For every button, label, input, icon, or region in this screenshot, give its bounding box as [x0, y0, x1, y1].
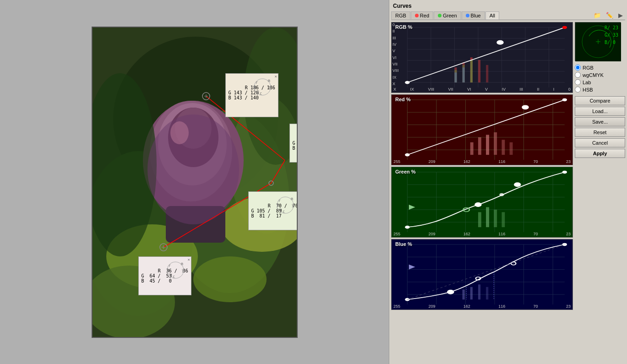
blue-xaxis: 2552091621167023 [392, 304, 572, 309]
red-graph-label: Red % [395, 97, 411, 102]
svg-text:b: b [277, 203, 279, 207]
green-dot [438, 14, 442, 17]
svg-point-124 [499, 193, 504, 196]
svg-point-18 [170, 121, 189, 144]
svg-rect-96 [470, 142, 474, 155]
radio-lab[interactable]: Lab [575, 79, 625, 85]
svg-rect-100 [502, 140, 505, 155]
tab-rgb-label: RGB [395, 13, 406, 18]
svg-rect-76 [486, 65, 488, 82]
radio-rgb[interactable]: RGB [575, 65, 625, 71]
green-xaxis: 2552091621167023 [392, 232, 572, 236]
graph-rgb[interactable]: RGB % 0IIIIIIVV VIVIIVIIIIXX [391, 22, 573, 93]
green-curve-svg [392, 167, 572, 237]
tab-blue-label: Blue [471, 13, 481, 18]
red-xaxis: 255 209 162 116 70 23 [392, 159, 572, 164]
save-button[interactable]: Save... [575, 117, 625, 126]
svg-rect-99 [494, 132, 497, 155]
panel-title: Curves [391, 2, 625, 11]
apply-button[interactable]: Apply [575, 149, 625, 158]
sampler-tip-3: × R 70 / 70 G 105 / 89 B 81 / 17 r m y b… [248, 191, 298, 230]
svg-point-12 [193, 256, 267, 302]
svg-text:m: m [291, 197, 293, 201]
radio-hsb-input[interactable] [575, 87, 581, 92]
red-x-255: 255 [393, 159, 400, 164]
radio-group: RGB wgCMYK Lab HSB [575, 65, 625, 92]
svg-rect-81 [463, 67, 465, 82]
svg-text:m: m [268, 79, 270, 83]
svg-text:r: r [278, 199, 281, 203]
svg-text:y: y [269, 85, 271, 89]
svg-rect-140 [478, 284, 480, 299]
blue-graph-label: Blue % [395, 241, 412, 247]
sampler-tip-2: × R 184 / 184 G 213 / 204 B 181 / 153 r … [289, 124, 298, 163]
tab-all[interactable]: All [485, 11, 499, 20]
svg-marker-145 [409, 265, 415, 270]
svg-point-120 [475, 203, 481, 207]
sampler-tip-1: × R 186 / 186 G 143 / 126 B 143 / 140 r … [225, 73, 278, 117]
canvas-area: + × R 186 / 186 G 143 / 126 B 143 / 140 … [0, 0, 389, 364]
svg-text:c: c [283, 210, 285, 214]
svg-point-144 [511, 262, 516, 265]
radio-lab-label: Lab [583, 80, 591, 85]
svg-rect-116 [478, 212, 481, 227]
svg-text:g: g [257, 90, 259, 94]
tab-green-label: Green [443, 13, 457, 18]
tab-blue[interactable]: Blue [462, 11, 485, 19]
cancel-button[interactable]: Cancel [575, 138, 625, 147]
graph-green[interactable]: Green % [391, 167, 573, 238]
svg-text:y: y [182, 268, 184, 272]
svg-text:r: r [256, 81, 258, 85]
color-r-value: 23 [613, 25, 618, 30]
rgb-yaxis: 0IIIIIIVV VIVIIVIIIIXX [393, 22, 399, 86]
svg-rect-139 [470, 287, 473, 299]
svg-point-142 [447, 290, 454, 294]
action-buttons: Compare Load... Save... Reset Cancel App… [575, 96, 625, 158]
svg-point-102 [522, 105, 529, 109]
tab-all-label: All [490, 13, 495, 18]
pencil-icon-btn[interactable]: ✏️ [604, 11, 616, 20]
arrow-icon-btn[interactable]: ▶ [616, 11, 625, 20]
graph-blue[interactable]: Blue % [391, 239, 573, 310]
reset-button[interactable]: Reset [575, 128, 625, 137]
svg-text:m: m [181, 262, 183, 266]
radio-lab-input[interactable] [575, 79, 581, 85]
radio-wgcmyk[interactable]: wgCMYK [575, 72, 625, 78]
svg-rect-141 [486, 287, 488, 299]
folder-icon-btn[interactable]: 📁 [591, 11, 603, 20]
radio-rgb-label: RGB [583, 65, 594, 71]
svg-text:b: b [167, 268, 169, 272]
red-x-162: 162 [463, 159, 470, 164]
blue-dot [466, 14, 469, 17]
graphs-left: RGB % 0IIIIIIVV VIVIIVIIIIXX [391, 22, 573, 362]
svg-point-126 [562, 171, 567, 174]
compare-button[interactable]: Compare [575, 96, 625, 105]
svg-rect-97 [478, 137, 481, 155]
svg-point-83 [405, 81, 409, 84]
svg-text:c: c [260, 92, 262, 96]
radio-rgb-input[interactable] [575, 65, 581, 71]
radio-hsb[interactable]: HSB [575, 87, 625, 92]
svg-rect-101 [510, 142, 513, 155]
load-button[interactable]: Load... [575, 107, 625, 116]
radio-hsb-label: HSB [583, 87, 593, 92]
svg-text:b: b [254, 85, 256, 89]
graphs-area: RGB % 0IIIIIIVV VIVIIVIIIIXX [391, 22, 625, 362]
tab-green[interactable]: Green [434, 11, 461, 19]
svg-text:y: y [292, 203, 294, 207]
blue-curve-svg [392, 239, 572, 310]
graph-red[interactable]: Red % [391, 94, 573, 165]
color-display: R/ 23 G/ 33 B/ 0 [575, 22, 621, 61]
radio-wgcmyk-input[interactable] [575, 72, 581, 78]
svg-marker-122 [409, 205, 415, 210]
tab-rgb[interactable]: RGB [391, 11, 410, 19]
svg-text:c: c [173, 275, 175, 279]
svg-rect-119 [502, 212, 505, 227]
svg-line-148 [407, 244, 564, 299]
svg-rect-117 [486, 207, 489, 227]
red-dot [415, 14, 419, 17]
svg-rect-118 [494, 210, 497, 227]
svg-text:r: r [169, 264, 171, 268]
red-x-70: 70 [534, 159, 538, 164]
tab-red[interactable]: Red [411, 11, 433, 19]
